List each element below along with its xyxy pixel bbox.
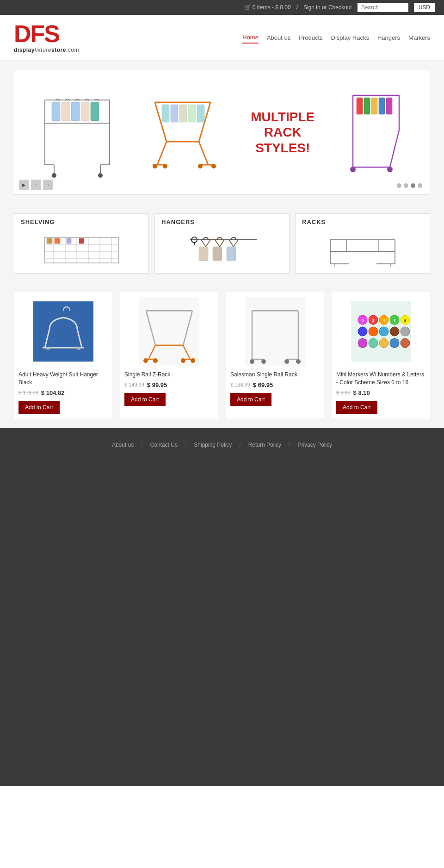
product-price-new-2: $ 99.95 [147,381,167,388]
hero-rack-3 [348,84,404,181]
add-to-cart-btn-1[interactable]: Add to Cart [18,401,60,414]
product-pricing-2: $ 149.99 $ 99.95 [124,381,214,388]
slider-next-btn[interactable]: › [43,180,53,190]
product-title-1: Adult Heavy Weight Suit Hanger Black [18,371,108,387]
dot-4[interactable] [418,183,422,188]
category-shelving[interactable]: SHELVING [14,213,149,274]
product-img-3 [230,297,320,366]
footer-link-shipping[interactable]: Shipping Policy [194,442,232,448]
svg-rect-14 [91,102,99,121]
nav-hangers[interactable]: Hangers [377,32,400,43]
svg-rect-61 [227,247,236,261]
categories-section: SHELVING [0,204,444,283]
svg-rect-76 [46,347,50,350]
hero-rack-2 [148,84,217,181]
product-img-4: 0 2 4 6 8 [336,297,426,366]
svg-point-37 [350,167,356,172]
svg-rect-43 [386,98,392,114]
svg-line-19 [157,142,166,165]
hero-racks: MULTIPLE RACK STYLES! [14,70,430,194]
logo-subtitle: displayfixturestore.com [14,47,79,53]
footer-link-contact[interactable]: Contact Us [150,442,178,448]
add-to-cart-btn-4[interactable]: Add to Cart [336,401,377,414]
products-section: Adult Heavy Weight Suit Hanger Black $ 1… [0,283,444,428]
nav-display-racks[interactable]: Display Racks [331,32,369,43]
svg-point-108 [369,327,378,336]
dot-1[interactable] [397,183,401,188]
add-to-cart-btn-2[interactable]: Add to Cart [124,393,166,406]
svg-point-116 [401,338,410,348]
nav-markers[interactable]: Markers [408,32,430,43]
footer-link-privacy[interactable]: Privacy Policy [297,442,332,448]
product-img-1 [18,297,108,366]
product-price-new-4: $ 8.10 [353,389,370,396]
sign-in-link[interactable]: Sign in or Checkout [303,4,352,11]
svg-rect-59 [199,247,208,261]
product-img-2 [124,297,214,366]
svg-rect-54 [47,238,52,244]
svg-rect-91 [245,297,305,366]
nav-products[interactable]: Products [299,32,322,43]
add-to-cart-btn-3[interactable]: Add to Cart [230,393,271,406]
nav-home[interactable]: Home [242,32,259,44]
svg-point-87 [143,358,148,363]
shelving-visual [21,228,142,269]
product-pricing-1: $ 116.99 $ 104.82 [18,389,108,396]
svg-rect-31 [197,105,204,122]
products-grid: Adult Heavy Weight Suit Hanger Black $ 1… [14,292,430,418]
hero-rack-1 [40,84,114,181]
product-price-old-3: $ 128.99 [230,382,250,387]
product-title-2: Single Rail Z-Rack [124,371,214,379]
svg-rect-42 [379,98,385,114]
svg-line-20 [199,142,208,165]
product-title-4: Mini Markers W/ Numbers & Letters - Colo… [336,371,426,387]
svg-point-115 [390,338,399,348]
svg-point-8 [52,173,56,178]
hero-slider: MULTIPLE RACK STYLES! [14,70,430,195]
dot-3[interactable] [411,183,415,188]
main-nav: Home About us Products Display Racks Han… [242,32,430,44]
svg-point-24 [163,164,167,169]
svg-point-107 [358,327,367,336]
svg-point-100 [296,359,301,364]
svg-rect-11 [62,102,70,121]
footer: About us / Contact Us / Shipping Policy … [0,428,444,462]
logo: DFS [14,22,79,46]
svg-rect-28 [171,105,178,122]
svg-rect-56 [67,238,71,244]
svg-rect-40 [364,98,370,114]
search-input[interactable] [358,3,408,12]
slider-prev-btn[interactable]: ‹ [31,180,41,190]
svg-rect-60 [213,247,222,261]
slider-play-btn[interactable]: ▶ [19,180,29,190]
hero-headline: MULTIPLE RACK STYLES! [251,109,314,156]
svg-rect-30 [188,105,196,122]
hero-section: MULTIPLE RACK STYLES! [0,61,444,204]
svg-point-38 [387,167,393,172]
svg-point-99 [284,359,289,364]
shelving-label: SHELVING [21,219,142,225]
dot-2[interactable] [404,183,408,188]
footer-links: About us / Contact Us / Shipping Policy … [9,442,435,448]
svg-text:8: 8 [404,318,406,323]
nav-about[interactable]: About us [267,32,290,43]
svg-rect-39 [357,98,363,114]
top-bar: 🛒 0 items - $ 0.00 / Sign in or Checkout… [0,0,444,15]
hangers-label: HANGERS [161,219,283,225]
racks-label: RACKS [302,219,423,225]
svg-point-25 [198,164,203,169]
svg-text:0: 0 [361,318,364,323]
svg-line-35 [390,130,399,167]
category-hangers[interactable]: HANGERS [154,213,290,274]
svg-rect-13 [81,102,89,121]
svg-text:4: 4 [382,318,385,323]
footer-link-about[interactable]: About us [112,442,134,448]
currency-button[interactable]: USD [414,3,435,12]
product-card-3: Salesman Single Rail Rack $ 128.99 $ 69.… [226,292,324,418]
product-card-2: Single Rail Z-Rack $ 149.99 $ 99.95 Add … [120,292,218,418]
category-racks[interactable]: RACKS [295,213,430,274]
svg-point-114 [379,338,388,348]
footer-link-return[interactable]: Return Policy [248,442,281,448]
svg-text:2: 2 [372,318,374,323]
categories-grid: SHELVING [14,213,430,274]
